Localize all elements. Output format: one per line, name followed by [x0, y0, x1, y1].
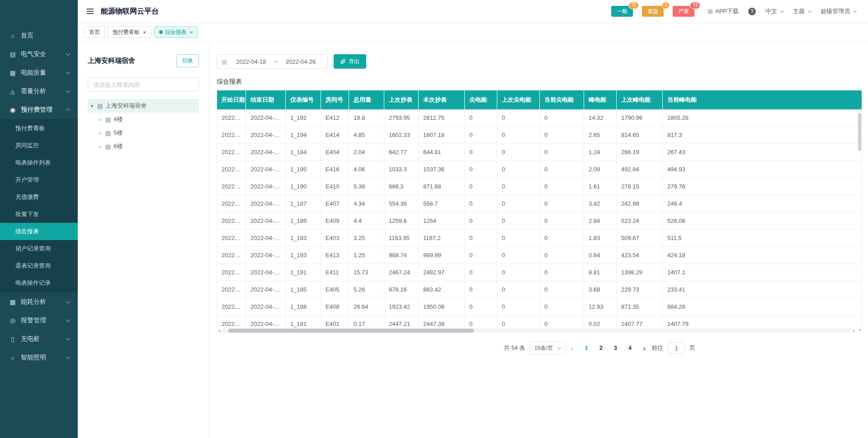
scroll-left-icon[interactable]: ◂	[217, 329, 222, 333]
sidebar-subitem-meter-return-records[interactable]: 退表记录查询	[0, 257, 78, 274]
paperclip-icon	[340, 59, 346, 64]
table-row[interactable]: 2022-0...2022-04-26 ...1_187E4074.34554.…	[217, 195, 862, 212]
sidebar-subitem-account-close-records[interactable]: 销户记录查询	[0, 240, 78, 257]
date-range-picker[interactable]: ▦ 2022-04-18 ~ 2022-04-26	[217, 54, 328, 69]
column-header[interactable]: 开始日期	[217, 90, 246, 109]
sidebar-item-alarm-management[interactable]: ◎报警管理	[0, 311, 78, 330]
sidebar-subitem-meter-operation-records[interactable]: 电表操作记录	[0, 274, 78, 292]
table-row[interactable]: 2022-0...2022-04-26 ...1_183E4033.251163…	[217, 230, 862, 247]
sidebar-item-electrical-safety[interactable]: ▤电气安全	[0, 45, 78, 63]
sidebar-item-home[interactable]: ⌂首页	[0, 26, 78, 45]
sidebar-item-prepaid[interactable]: ◉预付费管理	[0, 100, 78, 119]
user-menu[interactable]: 超级管理员	[821, 7, 856, 15]
table-cell: 1398.29	[617, 264, 663, 281]
tab-home[interactable]: 首页	[84, 26, 105, 38]
sidebar-item-smart-lighting[interactable]: ☼智能照明	[0, 348, 78, 367]
page-2-button[interactable]: 2	[595, 342, 607, 354]
sidebar-item-charging-pile[interactable]: ▯充电桩	[0, 330, 78, 348]
content-area: 上海安科瑞宿舍 切换 ▾ ▤ 上海安科瑞宿舍 ▸▤4楼▸▤5楼▸▤6楼 ▦	[78, 42, 868, 438]
table-row[interactable]: 2022-0...2022-04-26 ...1_193E4131.25988.…	[217, 247, 862, 264]
page-size-select[interactable]: 15条/页	[530, 342, 565, 354]
caret-right-icon[interactable]: ▸	[98, 117, 103, 122]
table-cell: 0	[540, 178, 584, 195]
goto-page-input[interactable]	[668, 342, 685, 354]
language-select[interactable]: 中文	[765, 7, 783, 15]
column-header[interactable]: 尖电能	[465, 90, 497, 109]
tree-node-floor-6[interactable]: ▸▤6楼	[88, 140, 199, 153]
prev-page-button[interactable]: ‹	[570, 344, 575, 352]
tree-search-input[interactable]	[88, 77, 199, 92]
sidebar-subitem-batch-send[interactable]: 批量下发	[0, 206, 78, 223]
column-header[interactable]: 仪表编号	[286, 90, 321, 109]
tree-node-root[interactable]: ▾ ▤ 上海安科瑞宿舍	[88, 99, 199, 113]
sidebar-subitem-room-monitor[interactable]: 房间监控	[0, 137, 78, 154]
close-tab-icon[interactable]: ×	[143, 29, 146, 35]
alarm-general-button[interactable]: 一般75	[611, 6, 633, 17]
table-row[interactable]: 2022-0...2022-04-26 ...1_195E4164.061033…	[217, 161, 862, 178]
app-download-link[interactable]: ⊞ APP下载	[708, 7, 739, 15]
table-row[interactable]: 2022-0...2022-04-26 ...1_188E40826.64192…	[217, 298, 862, 316]
column-header[interactable]: 房间号	[321, 90, 349, 109]
table-row[interactable]: 2022-0...2022-04-26 ...1_185E4055.26878.…	[217, 281, 862, 298]
sidebar-item-label: 首页	[21, 32, 33, 40]
date-end: 2022-04-26	[278, 58, 323, 65]
switch-building-button[interactable]: 切换	[176, 54, 199, 67]
table-cell: 2022-04-26 ...	[246, 195, 286, 212]
page-4-button[interactable]: 4	[624, 342, 636, 354]
help-icon[interactable]: ?	[748, 8, 756, 15]
table-row[interactable]: 2022-0...2022-04-26 ...1_189E4094.41259.…	[217, 212, 862, 230]
sidebar-item-energy-analysis[interactable]: ▩能耗分析	[0, 292, 78, 311]
table-row[interactable]: 2022-0...2022-04-26 ...1_192E41218.82793…	[217, 109, 862, 127]
theme-select[interactable]: 主题	[793, 7, 811, 15]
tree-node-floor-5[interactable]: ▸▤5楼	[88, 126, 199, 140]
sidebar-item-power-quality[interactable]: ▦电能质量	[0, 63, 78, 82]
vertical-scrollbar[interactable]: ▾	[858, 110, 862, 326]
scroll-right-icon[interactable]: ▸	[851, 329, 857, 333]
table-row[interactable]: 2022-0...2022-04-26 ...1_184E4042.04642.…	[217, 144, 862, 161]
table-cell: 2022-04-26 ...	[246, 178, 286, 195]
export-button[interactable]: 导出	[334, 54, 366, 69]
table-row[interactable]: 2022-0...2022-04-26 ...1_191E41115.73246…	[217, 264, 862, 281]
table-cell: 0	[465, 109, 497, 127]
horizontal-scroll-thumb[interactable]	[228, 329, 474, 333]
tab-report[interactable]: 综合报表×	[154, 26, 198, 38]
sidebar-subitem-prepaid-board[interactable]: 预付费看板	[0, 120, 78, 137]
tree-node-floor-4[interactable]: ▸▤4楼	[88, 113, 199, 126]
column-header[interactable]: 上次尖电能	[497, 90, 540, 109]
caret-right-icon[interactable]: ▸	[98, 144, 103, 150]
vertical-scroll-thumb[interactable]	[858, 113, 861, 151]
alarm-critical-button[interactable]: 严重73	[673, 6, 694, 17]
alarm-urgent-button[interactable]: 紧急3	[642, 6, 664, 17]
column-header[interactable]: 当前峰电能	[663, 90, 862, 109]
column-header[interactable]: 总用量	[349, 90, 384, 109]
column-header[interactable]: 结束日期	[246, 90, 286, 109]
collapse-menu-icon[interactable]	[86, 7, 94, 16]
sidebar-subitem-comprehensive-report[interactable]: 综合报表	[0, 223, 78, 240]
page-3-button[interactable]: 3	[609, 342, 621, 354]
column-header[interactable]: 本次抄表	[419, 90, 465, 109]
caret-right-icon[interactable]: ▸	[98, 130, 103, 136]
sidebar-subitem-account-open[interactable]: 开户管理	[0, 171, 78, 188]
table-cell: 1037.36	[419, 161, 465, 178]
sidebar-subitem-recharge[interactable]: 充值缴费	[0, 188, 78, 206]
close-tab-icon[interactable]: ×	[190, 29, 193, 35]
next-page-button[interactable]: ›	[642, 344, 647, 352]
table-cell: 8.81	[584, 264, 617, 281]
horizontal-scroll-track[interactable]	[222, 329, 851, 333]
table-row[interactable]: 2022-0...2022-04-26 ...1_190E4105.38866.…	[217, 178, 862, 195]
table-row[interactable]: 2022-0...2022-04-26 ...1_194E4144.851602…	[217, 127, 862, 144]
table-cell: 1_189	[286, 212, 321, 230]
horizontal-scrollbar[interactable]: ◂ ▸	[217, 328, 857, 333]
column-header[interactable]: 上次峰电能	[617, 90, 663, 109]
column-header[interactable]: 当前尖电能	[540, 90, 584, 109]
sidebar-item-demand-analysis[interactable]: ◬需量分析	[0, 82, 78, 100]
scroll-down-icon[interactable]: ▾	[858, 328, 862, 332]
column-header[interactable]: 峰电能	[584, 90, 617, 109]
sidebar-subitem-meter-operation-list[interactable]: 电表操作列表	[0, 154, 78, 171]
table-cell: 988.74	[384, 247, 419, 264]
tab-prepaid-board[interactable]: 预付费看板×	[108, 26, 151, 38]
caret-down-icon[interactable]: ▾	[90, 103, 94, 109]
column-header[interactable]: 上次抄表	[384, 90, 419, 109]
page-1-button[interactable]: 1	[580, 342, 592, 354]
sidebar-item-label: 电气安全	[21, 50, 46, 58]
